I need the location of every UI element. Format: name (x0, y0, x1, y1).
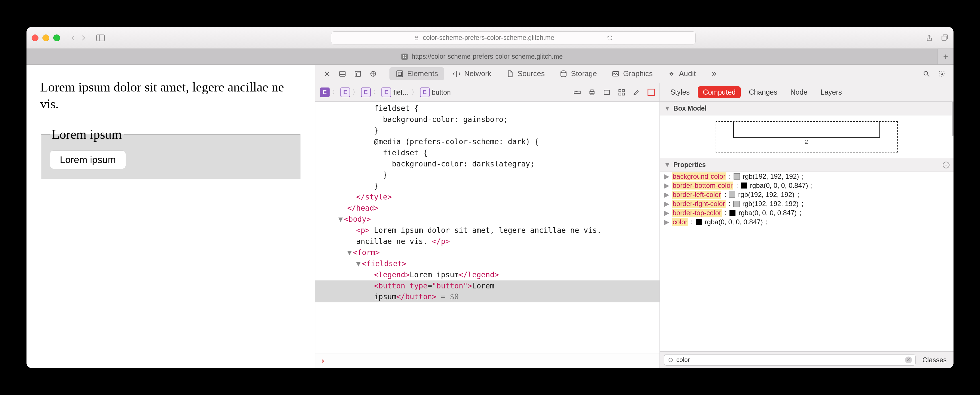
clear-filter-button[interactable]: ✕ (905, 357, 912, 363)
page-button[interactable]: Lorem ipsum (50, 150, 126, 169)
page-form: Lorem ipsum Lorem ipsum (40, 127, 301, 179)
sidebar-toggle-button[interactable] (94, 32, 107, 43)
svg-rect-26 (622, 93, 624, 95)
compositing-borders-icon[interactable] (648, 89, 655, 96)
url-host: color-scheme-prefers-color-scheme.glitch… (423, 34, 554, 41)
console-prompt-icon: › (321, 356, 324, 365)
page-fieldset: Lorem ipsum Lorem ipsum (41, 127, 301, 179)
tab-audit[interactable]: Audit (661, 67, 702, 80)
svg-point-17 (941, 73, 943, 75)
svg-line-16 (927, 75, 929, 76)
favicon: C (401, 54, 408, 60)
reload-icon[interactable] (607, 35, 613, 41)
svg-rect-11 (397, 71, 403, 76)
print-icon[interactable] (588, 89, 596, 96)
tab-sources[interactable]: Sources (500, 67, 551, 80)
crumb-body[interactable]: E (340, 88, 350, 97)
prop-row[interactable]: ▶border-top-color: rgba(0, 0, 0, 0.847); (660, 208, 953, 217)
styles-tab-layers[interactable]: Layers (815, 86, 847, 98)
svg-rect-3 (942, 36, 946, 40)
styles-tab-computed[interactable]: Computed (698, 86, 741, 98)
device-icon[interactable] (603, 89, 611, 96)
prop-row[interactable]: ▶background-color: rgb(192, 192, 192); (660, 172, 953, 181)
devtools-toolbar: Elements Network Sources Storage Graphic… (315, 65, 953, 83)
svg-rect-22 (604, 90, 610, 94)
new-tab-button[interactable]: + (937, 49, 953, 64)
properties-options-icon[interactable]: ≡ (943, 162, 950, 169)
browser-tab[interactable]: C https://color-scheme-prefers-color-sch… (27, 49, 937, 64)
filter-input[interactable]: color ✕ (664, 354, 916, 366)
prop-row[interactable]: ▶border-bottom-color: rgba(0, 0, 0, 0.84… (660, 181, 953, 190)
safari-window: color-scheme-prefers-color-scheme.glitch… (27, 27, 953, 368)
computed-properties-list: ▶background-color: rgb(192, 192, 192); ▶… (660, 172, 953, 351)
scrollbar[interactable] (952, 102, 953, 136)
settings-gear-icon[interactable] (935, 67, 948, 80)
console-prompt-row[interactable]: › (315, 353, 660, 368)
titlebar: color-scheme-prefers-color-scheme.glitch… (27, 27, 953, 49)
styles-tab-node[interactable]: Node (786, 86, 813, 98)
page-legend: Lorem ipsum (50, 127, 124, 142)
elements-pane: E 〉 E 〉 E 〉 Efiel… 〉 Ebutton (315, 83, 660, 368)
zoom-window-button[interactable] (53, 35, 60, 41)
classes-button[interactable]: Classes (920, 355, 950, 365)
lock-icon (414, 35, 419, 41)
selected-dom-row[interactable]: <button type="button">Lorem (315, 280, 660, 291)
share-icon[interactable] (926, 34, 933, 41)
filter-row: color ✕ Classes (660, 351, 953, 368)
content-area: Lorem ipsum dolor sit amet, legere ancil… (27, 65, 953, 368)
styles-tab-styles[interactable]: Styles (665, 86, 695, 98)
crumb-html[interactable]: E (320, 88, 329, 97)
tab-label: https://color-scheme-prefers-color-schem… (412, 53, 563, 61)
forward-button[interactable] (78, 32, 88, 44)
svg-rect-7 (357, 73, 361, 76)
svg-rect-25 (619, 93, 621, 95)
styles-tab-changes[interactable]: Changes (743, 86, 782, 98)
svg-rect-2 (415, 38, 418, 40)
tab-graphics[interactable]: Graphics (605, 67, 659, 80)
search-icon[interactable] (920, 67, 933, 80)
crumb-fieldset[interactable]: Efiel… (382, 88, 409, 97)
rendered-page: Lorem ipsum dolor sit amet, legere ancil… (27, 65, 315, 368)
ruler-icon[interactable] (573, 89, 581, 96)
dock-side-icon[interactable] (351, 67, 364, 80)
svg-rect-20 (591, 90, 593, 91)
close-window-button[interactable] (32, 35, 38, 41)
svg-rect-23 (619, 89, 621, 92)
crumb-button[interactable]: Ebutton (420, 88, 451, 97)
devtools: Elements Network Sources Storage Graphic… (315, 65, 953, 368)
overflow-tabs-icon[interactable] (707, 67, 720, 80)
tab-elements[interactable]: Elements (390, 67, 444, 80)
grid-icon[interactable] (618, 89, 625, 96)
window-controls (32, 35, 60, 41)
nav-back-forward (68, 32, 88, 44)
paint-icon[interactable] (633, 89, 640, 96)
svg-rect-12 (398, 72, 401, 75)
prop-row[interactable]: ▶border-left-color: rgb(192, 192, 192); (660, 190, 953, 199)
filter-icon (668, 357, 673, 363)
dom-tree[interactable]: fieldset { background-color: gainsboro; … (315, 102, 660, 353)
dock-bottom-icon[interactable] (336, 67, 349, 80)
filter-value: color (676, 356, 690, 364)
breadcrumb-row: E 〉 E 〉 E 〉 Efiel… 〉 Ebutton (315, 83, 660, 102)
inspect-element-icon[interactable] (367, 67, 380, 80)
svg-rect-6 (355, 71, 361, 76)
svg-point-13 (561, 71, 566, 73)
section-box-model[interactable]: ▼Box Model (660, 102, 953, 115)
prop-row[interactable]: ▶border-right-color: rgb(192, 192, 192); (660, 199, 953, 208)
close-devtools-button[interactable] (320, 67, 334, 80)
back-button[interactable] (68, 32, 78, 44)
tab-network[interactable]: Network (446, 67, 497, 80)
section-properties[interactable]: ▼Properties ≡ (660, 158, 953, 172)
crumb-form[interactable]: E (361, 88, 371, 97)
box-model-diagram: – – – 2 – (660, 115, 953, 158)
address-bar[interactable]: color-scheme-prefers-color-scheme.glitch… (331, 31, 696, 45)
svg-rect-18 (574, 91, 580, 94)
styles-pane: Styles Computed Changes Node Layers ▼Box… (660, 83, 953, 368)
minimize-window-button[interactable] (43, 35, 49, 41)
svg-point-15 (924, 71, 928, 75)
svg-rect-0 (97, 35, 105, 41)
tab-storage[interactable]: Storage (553, 67, 603, 80)
prop-row[interactable]: ▶color: rgba(0, 0, 0, 0.847); (660, 217, 953, 226)
page-paragraph: Lorem ipsum dolor sit amet, legere ancil… (40, 79, 301, 113)
tabs-overview-icon[interactable] (941, 34, 948, 41)
